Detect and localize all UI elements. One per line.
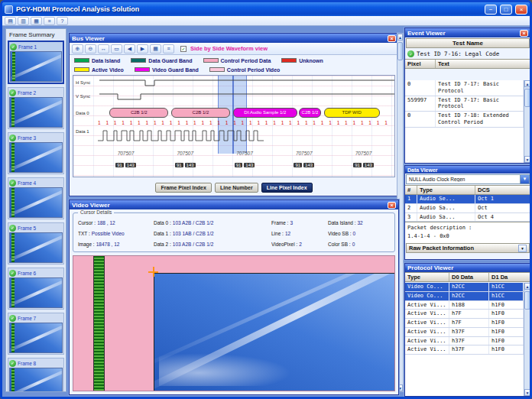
video-frame-area[interactable] [73,255,395,391]
frame-thumbnail[interactable]: ✓ Frame 3 [8,132,64,174]
raw-packet-header[interactable]: Raw Packet Information ▼ [406,243,530,253]
event-table-body: 0 Test ID 7-17: Basic Protocol 559997 Te… [405,80,530,163]
legend-swatch [74,67,89,72]
protocol-row[interactable]: Active Vi... h7F h1F0 [405,319,524,328]
vsync-trace [98,91,395,102]
zoom-out-icon[interactable]: ⊖ [85,44,96,54]
frame-thumbnail[interactable]: ✓ Frame 6 [8,268,64,310]
event-row[interactable]: 0 Test ID 7-18: Extended Control Period [405,112,524,128]
field-value: 103 A2B / C2B 1/2 [173,242,213,247]
row-type: Video Co... [405,283,449,291]
vsync-label: V Sync [76,94,96,99]
protocol-scrollbar[interactable]: ▲ ▼ [524,283,530,396]
column-text[interactable]: Text [436,60,530,68]
close-icon[interactable]: × [388,202,396,209]
field-value: 3 [290,220,293,225]
close-button[interactable]: × [515,5,527,15]
row-d0-data: h7F [449,319,489,327]
row-d0-data: h37F [449,345,489,354]
side-by-side-label: Side by Side Waveform view [190,45,268,52]
column-pixel[interactable]: Pixel [405,60,436,68]
event-scrollbar[interactable]: ▲ ▼ [524,80,530,163]
column-type[interactable]: Type [405,273,449,281]
scrollbar-thumb[interactable] [524,291,530,310]
pass-check-icon: ✓ [9,89,16,96]
bus-segment[interactable]: DI:Audio Sample 1/2 [233,108,297,118]
side-by-side-checkbox[interactable]: ✓ [180,46,187,52]
packet-type-dropdown[interactable]: NULL Audio Clock Regen ▼ [406,174,530,184]
pixel-cursor-crosshair[interactable] [148,267,158,277]
bus-segment[interactable]: C2B 1/2 [109,108,168,118]
zoom-fit-icon[interactable]: ↔ [98,44,109,54]
protocol-row[interactable]: Active Vi... h188 h1F0 [405,301,524,310]
scrollbar-thumb[interactable] [524,89,530,107]
pass-check-icon: ✓ [10,44,17,50]
frame-thumbnail[interactable]: ✓ Frame 2 [8,87,64,129]
protocol-row[interactable]: Active Vi... h7F h1F0 [405,310,524,319]
data-row[interactable]: 2 Audio Sa... Oct [405,204,530,213]
scroll-up-icon[interactable]: ▲ [524,283,530,290]
row-dcs: Oct 1 [475,195,530,203]
column-dcs[interactable]: DCS [475,186,530,194]
scroll-up-icon[interactable]: ▲ [397,34,403,41]
bus-segment[interactable]: TDP WID [324,108,380,118]
maximize-button[interactable]: □ [500,5,512,15]
index-button[interactable]: Line Pixel Index [261,183,313,193]
tick-value: 707507 [98,151,154,156]
save-icon[interactable]: ▥ [18,17,29,25]
help-icon[interactable]: ? [57,17,68,25]
prev-icon[interactable]: ◀ [124,44,135,54]
bus-segment[interactable]: C2B 1/2 [171,108,230,118]
open-icon[interactable]: ▤ [5,17,16,25]
grid-view-icon[interactable]: ▦ [150,44,161,54]
minimize-button[interactable]: − [485,5,497,15]
row-d1-data: h1F0 [489,301,524,310]
data-row[interactable]: 1 Audio Se... Oct 1 [405,195,530,204]
field-label: Video SB : [328,231,352,236]
row-dcs: Oct 4 [475,213,530,222]
event-row[interactable]: 0 Test ID 7-17: Basic Protocol [405,80,524,96]
frame-thumbnail[interactable]: ✓ Frame 8 [8,358,64,392]
event-row[interactable]: 559997 Test ID 7-17: Basic Protocol [405,96,524,112]
close-icon[interactable]: × [388,35,396,42]
scroll-up-icon[interactable]: ▲ [524,80,530,87]
frame-thumbnail[interactable]: ✓ Frame 7 [8,313,64,355]
scroll-down-icon[interactable]: ▼ [524,389,530,396]
frame-thumbnail[interactable]: ✓ Frame 1 [8,41,64,84]
video-image[interactable] [154,273,394,391]
close-icon[interactable]: × [520,30,528,37]
protocol-row[interactable]: Active Vi... h37F h1F0 [405,328,524,337]
cursor-detail-field: Data 0 : 103 A2B / C2B 1/2 [154,217,268,228]
current-test-row[interactable]: ✓ Test ID 7-16: Legal Code [405,49,530,59]
select-tool-icon[interactable]: ▭ [111,44,122,54]
frame-thumbnail[interactable]: ✓ Frame 4 [8,177,64,219]
column-type[interactable]: Type [417,186,475,194]
frame-thumbnail[interactable]: ✓ Frame 5 [8,222,64,264]
frame-preview [9,232,63,263]
protocol-row[interactable]: Video Co... h2CC h1CC [405,292,524,301]
layout-icon[interactable]: ≡ [44,17,55,25]
video-viewer-title: Video Viewer [72,202,110,209]
index-button[interactable]: Frame Pixel Index [155,183,212,193]
column-d1[interactable]: D1 Da [489,273,530,281]
column-d0[interactable]: D0 Data [449,273,489,281]
tick-value: 707507 [217,151,273,156]
zoom-in-icon[interactable]: ⊕ [72,44,83,54]
print-icon[interactable]: ▦ [31,17,42,25]
protocol-row[interactable]: Active Vi... h37F h1F0 [405,337,524,346]
chevron-down-icon[interactable]: ▼ [518,245,527,252]
protocol-row[interactable]: Video Co... h2CC h1CC [405,283,524,292]
bus-segment[interactable]: C2B 1/2 [299,108,321,118]
test-name-header[interactable]: Test Name [406,38,530,48]
scroll-down-icon[interactable]: ▼ [524,156,530,163]
index-button[interactable]: Line Number [215,183,258,193]
data-row[interactable]: 3 Audio Sa... Oct 4 [405,213,530,222]
scrollbar-thumb[interactable] [397,42,403,60]
list-view-icon[interactable]: ≡ [163,44,174,54]
field-label: Color SB : [328,242,351,247]
protocol-row[interactable]: Active Vi... h37F h1F0 [405,345,524,355]
column-index[interactable]: # [405,186,417,194]
chevron-down-icon[interactable]: ▼ [520,175,529,183]
next-icon[interactable]: ▶ [137,44,148,54]
waveform-area[interactable]: H Sync V Sync Data 0 C2B 1/2 C2B 1/2 DI:… [73,75,395,177]
